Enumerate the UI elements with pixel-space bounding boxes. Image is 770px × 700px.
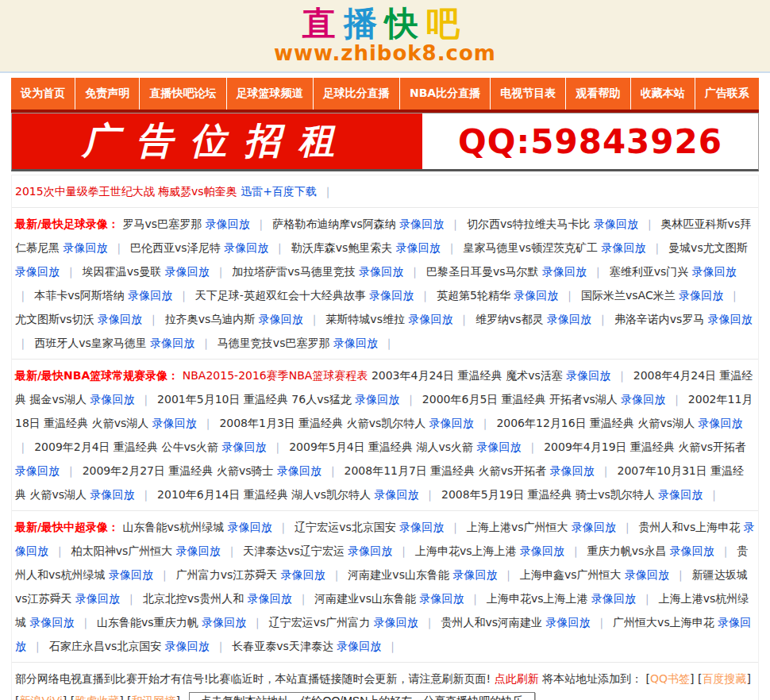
nav-item[interactable]: 广告联系	[695, 78, 759, 110]
replay-link[interactable]: 录像回放	[399, 521, 444, 533]
replay-link[interactable]: 录像回放	[477, 440, 522, 453]
separator: ｜	[403, 393, 419, 406]
site-header: 直播快吧 www.zhibok8.com	[0, 0, 770, 73]
replay-link[interactable]: 录像回放	[429, 417, 474, 429]
replay-link[interactable]: 录像回放	[670, 544, 714, 557]
nba-section-header: 最新/最快NBA篮球常规赛录像：	[15, 369, 179, 382]
replay-link[interactable]: 录像回放	[165, 640, 210, 652]
site-logo[interactable]: 直播快吧	[302, 6, 468, 41]
bookmark-link[interactable]: 雅虎收藏	[75, 694, 119, 700]
replay-link[interactable]: 录像回放	[572, 521, 616, 533]
football-replay-list: 罗马vs巴塞罗那 录像回放 ｜ 萨格勒布迪纳摩vs阿森纳 录像回放 ｜ 切尔西v…	[15, 217, 753, 349]
refresh-link[interactable]: 点此刷新	[495, 672, 539, 685]
replay-link[interactable]: 录像回放	[224, 241, 268, 254]
replay-link[interactable]: 录像回放	[374, 488, 418, 501]
replay-link[interactable]: 录像回放	[29, 616, 74, 629]
replay-link[interactable]: 录像回放	[369, 289, 414, 302]
boxing-download-link[interactable]: 迅雷+百度下载	[241, 185, 317, 198]
replay-link[interactable]: 录像回放	[202, 616, 246, 629]
match-name: 2009年4月19日 重温经典 火箭vs开拓者	[544, 440, 746, 453]
replay-link[interactable]: 录像回放	[90, 393, 134, 406]
separator: ｜	[468, 592, 483, 605]
replay-link[interactable]: 录像回放	[348, 544, 392, 557]
match-name: 柏太阳神vs广州恒大	[71, 544, 173, 557]
replay-link[interactable]: 录像回放	[452, 568, 497, 581]
replay-link[interactable]: 录像回放	[520, 544, 564, 557]
match-name: 上海申花vs上海上港	[487, 592, 588, 605]
bookmark-link[interactable]: 和讯网摘	[132, 694, 176, 700]
replay-link[interactable]: 录像回放	[699, 417, 743, 429]
nav-item[interactable]: 足球比分直播	[314, 78, 400, 110]
replay-link[interactable]: 录像回放	[545, 616, 590, 629]
replay-link[interactable]: 录像回放	[399, 217, 444, 230]
replay-link[interactable]: 录像回放	[542, 265, 587, 278]
replay-link[interactable]: 录像回放	[128, 289, 172, 302]
replay-link[interactable]: 录像回放	[679, 289, 723, 302]
replay-link[interactable]: 录像回放	[259, 313, 303, 325]
replay-link[interactable]: 录像回放	[514, 289, 558, 302]
separator: ｜	[157, 568, 173, 581]
replay-link[interactable]: 录像回放	[621, 393, 665, 406]
replay-link[interactable]: 录像回放	[692, 265, 737, 278]
nav-item[interactable]: 观看帮助	[566, 78, 630, 110]
nba-schedule-link[interactable]: NBA2015-2016赛季NBA篮球赛程表	[183, 369, 368, 382]
nav-item[interactable]: NBA比分直播	[400, 78, 491, 110]
replay-link[interactable]: 录像回放	[63, 241, 107, 254]
site-url[interactable]: www.zhibok8.com	[274, 41, 496, 65]
replay-link[interactable]: 录像回放	[90, 488, 134, 501]
logo-char-1: 直	[302, 4, 344, 43]
replay-link[interactable]: 录像回放	[15, 265, 60, 278]
replay-link[interactable]: 录像回放	[601, 241, 645, 254]
separator: ｜	[407, 265, 423, 278]
replay-link[interactable]: 录像回放	[206, 217, 250, 230]
replay-link[interactable]: 录像回放	[408, 313, 452, 325]
replay-link[interactable]: 录像回放	[152, 417, 197, 429]
bookmark-link[interactable]: 百度搜藏	[703, 672, 747, 685]
bracket: ]	[690, 672, 694, 685]
replay-link[interactable]: 录像回放	[594, 217, 638, 230]
copy-site-url-button[interactable]: 点击复制本站地址，传给QQ/MSN上的好友，分享直播快吧的快乐	[189, 692, 536, 700]
replay-link[interactable]: 录像回放	[708, 313, 753, 325]
replay-link[interactable]: 录像回放	[98, 313, 142, 325]
replay-link[interactable]: 录像回放	[547, 313, 591, 325]
replay-link[interactable]: 录像回放	[566, 369, 610, 382]
csl-section-header: 最新/最快中超录像：	[15, 521, 119, 533]
match-name: 山东鲁能vs杭州绿城	[123, 521, 225, 533]
match-name: 2000年6月5日 重温经典 开拓者vs湖人	[422, 393, 618, 406]
replay-link[interactable]: 录像回放	[176, 544, 221, 557]
replay-link[interactable]: 录像回放	[550, 464, 595, 477]
replay-link[interactable]: 录像回放	[222, 440, 267, 453]
replay-link[interactable]: 录像回放	[625, 568, 669, 581]
replay-link[interactable]: 录像回放	[591, 592, 636, 605]
replay-link[interactable]: 录像回放	[109, 568, 153, 581]
replay-link[interactable]: 录像回放	[396, 241, 441, 254]
bookmark-link[interactable]: 新浪ViVi	[19, 694, 62, 700]
replay-link[interactable]: 录像回放	[333, 337, 378, 349]
replay-link[interactable]: 录像回放	[359, 265, 403, 278]
replay-link[interactable]: 录像回放	[419, 592, 464, 605]
bookmark-link[interactable]: QQ书签	[650, 672, 690, 685]
replay-link[interactable]: 录像回放	[277, 464, 321, 477]
nav-item[interactable]: 电视节目表	[491, 78, 566, 110]
replay-link[interactable]: 录像回放	[355, 393, 399, 406]
replay-link[interactable]: 录像回放	[281, 568, 325, 581]
replay-link[interactable]: 录像回放	[337, 640, 381, 652]
replay-link[interactable]: 录像回放	[228, 521, 272, 533]
match-name: 广州恒大vs上海申花	[613, 616, 714, 629]
separator: ｜	[718, 544, 733, 557]
replay-link[interactable]: 录像回放	[658, 488, 703, 501]
ad-banner[interactable]: 广告位招租 QQ:59843926	[11, 113, 759, 171]
replay-link[interactable]: 录像回放	[165, 265, 210, 278]
boxing-ticker: 2015次中量级拳王世纪大战 梅威瑟vs帕奎奥 迅雷+百度下载 ｜	[12, 175, 758, 208]
nav-item[interactable]: 直播快吧论坛	[140, 78, 226, 110]
replay-link[interactable]: 录像回放	[374, 616, 418, 629]
replay-link[interactable]: 录像回放	[150, 337, 194, 349]
replay-link[interactable]: 录像回放	[248, 592, 292, 605]
replay-link[interactable]: 录像回放	[15, 464, 60, 477]
replay-link[interactable]: 录像回放	[75, 592, 120, 605]
match-name: 尤文图斯vs切沃	[15, 313, 94, 325]
nav-item[interactable]: 设为首页	[11, 78, 75, 110]
nav-item[interactable]: 足球篮球频道	[227, 78, 314, 110]
nav-item[interactable]: 免责声明	[75, 78, 140, 110]
nav-item[interactable]: 收藏本站	[631, 78, 695, 110]
